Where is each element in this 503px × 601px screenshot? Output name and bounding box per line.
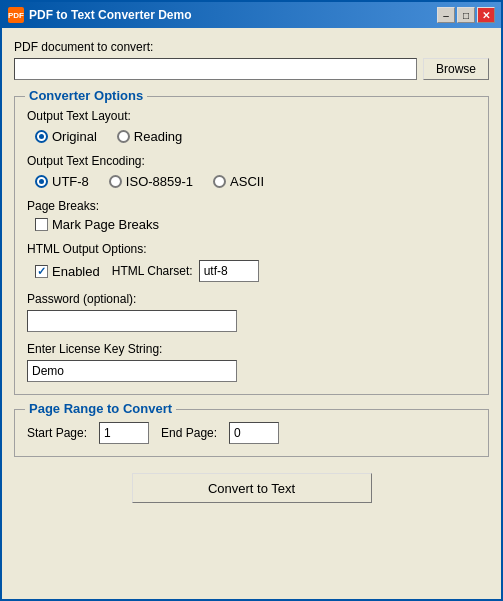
pdf-path-input[interactable] (14, 58, 417, 80)
html-charset-label: HTML Charset: (112, 264, 193, 278)
html-output-label: HTML Output Options: (27, 242, 476, 256)
converter-options-title: Converter Options (25, 88, 147, 103)
radio-original[interactable]: Original (35, 129, 97, 144)
end-page-input[interactable] (229, 422, 279, 444)
license-input[interactable] (27, 360, 237, 382)
radio-ascii[interactable]: ASCII (213, 174, 264, 189)
pdf-section: PDF document to convert: Browse (14, 40, 489, 80)
browse-button[interactable]: Browse (423, 58, 489, 80)
pdf-input-row: Browse (14, 58, 489, 80)
main-window: PDF PDF to Text Converter Demo – □ ✕ PDF… (0, 0, 503, 601)
pdf-label: PDF document to convert: (14, 40, 489, 54)
radio-original-label: Original (52, 129, 97, 144)
radio-iso-indicator (109, 175, 122, 188)
page-breaks-checkbox-indicator (35, 218, 48, 231)
start-page-label: Start Page: (27, 426, 87, 440)
maximize-button[interactable]: □ (457, 7, 475, 23)
converter-options-content: Output Text Layout: Original Reading (27, 109, 476, 382)
window-title: PDF to Text Converter Demo (29, 8, 437, 22)
page-breaks-checkbox[interactable]: Mark Page Breaks (27, 217, 476, 232)
app-icon: PDF (8, 7, 24, 23)
page-breaks-row: Page Breaks: Mark Page Breaks (27, 199, 476, 232)
radio-utf8-indicator (35, 175, 48, 188)
radio-iso[interactable]: ISO-8859-1 (109, 174, 193, 189)
title-bar: PDF PDF to Text Converter Demo – □ ✕ (2, 2, 501, 28)
password-row: Password (optional): (27, 292, 476, 332)
window-controls: – □ ✕ (437, 7, 495, 23)
radio-utf8-label: UTF-8 (52, 174, 89, 189)
convert-button[interactable]: Convert to Text (132, 473, 372, 503)
html-enabled-indicator: ✓ (35, 265, 48, 278)
html-enabled-checkmark: ✓ (37, 266, 46, 277)
radio-ascii-label: ASCII (230, 174, 264, 189)
output-layout-label: Output Text Layout: (27, 109, 476, 123)
radio-reading-indicator (117, 130, 130, 143)
html-charset-input[interactable] (199, 260, 259, 282)
password-input[interactable] (27, 310, 237, 332)
radio-original-dot (39, 134, 44, 139)
radio-reading[interactable]: Reading (117, 129, 182, 144)
page-range-title: Page Range to Convert (25, 401, 176, 416)
radio-utf8-dot (39, 179, 44, 184)
html-enabled-checkbox[interactable]: ✓ Enabled (27, 264, 100, 279)
converter-options-group: Converter Options Output Text Layout: Or… (14, 96, 489, 395)
start-page-input[interactable] (99, 422, 149, 444)
end-page-label: End Page: (161, 426, 217, 440)
html-charset-row: HTML Charset: (112, 260, 259, 282)
html-output-controls: ✓ Enabled HTML Charset: (27, 260, 476, 282)
output-encoding-row: Output Text Encoding: UTF-8 ISO-8859-1 (27, 154, 476, 189)
output-encoding-label: Output Text Encoding: (27, 154, 476, 168)
page-range-group: Page Range to Convert Start Page: End Pa… (14, 409, 489, 457)
close-button[interactable]: ✕ (477, 7, 495, 23)
license-label: Enter License Key String: (27, 342, 476, 356)
page-breaks-checkbox-label: Mark Page Breaks (52, 217, 159, 232)
page-breaks-label: Page Breaks: (27, 199, 476, 213)
license-row: Enter License Key String: (27, 342, 476, 382)
radio-original-indicator (35, 130, 48, 143)
output-layout-row: Output Text Layout: Original Reading (27, 109, 476, 144)
output-encoding-radios: UTF-8 ISO-8859-1 ASCII (27, 174, 476, 189)
page-range-content: Start Page: End Page: (27, 422, 476, 444)
password-label: Password (optional): (27, 292, 476, 306)
window-content: PDF document to convert: Browse Converte… (2, 28, 501, 599)
radio-reading-label: Reading (134, 129, 182, 144)
html-enabled-label: Enabled (52, 264, 100, 279)
radio-iso-label: ISO-8859-1 (126, 174, 193, 189)
minimize-button[interactable]: – (437, 7, 455, 23)
output-layout-radios: Original Reading (27, 129, 476, 144)
radio-ascii-indicator (213, 175, 226, 188)
radio-utf8[interactable]: UTF-8 (35, 174, 89, 189)
html-output-row: HTML Output Options: ✓ Enabled HTML Char… (27, 242, 476, 282)
